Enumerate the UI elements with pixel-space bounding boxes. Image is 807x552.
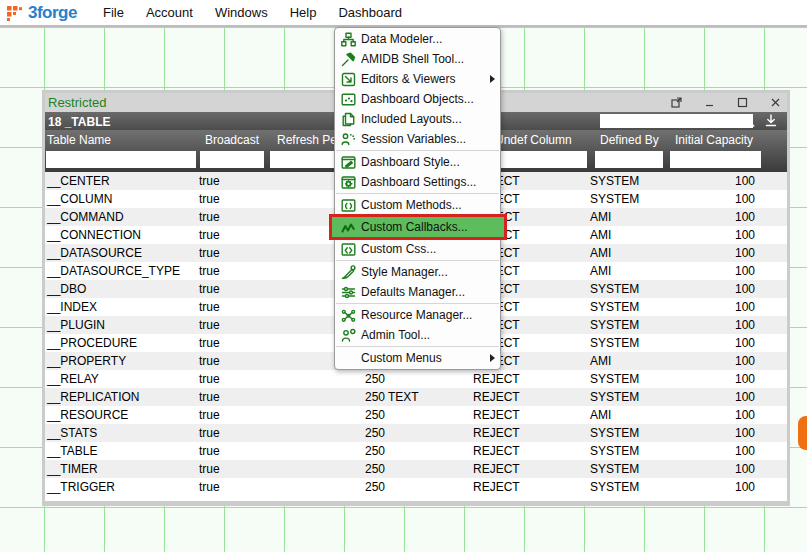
cell-refresh-period: 250 — [265, 462, 385, 476]
table-row[interactable]: __TRIGGERtrue250REJECTSYSTEM100 — [45, 478, 787, 496]
custom-css-icon — [340, 242, 356, 257]
minimize-button[interactable] — [703, 97, 715, 109]
menubar-item-help[interactable]: Help — [290, 5, 317, 20]
menu-item-dashboard-settings[interactable]: Dashboard Settings... — [335, 172, 500, 192]
menubar: 3forge File Account Windows Help Dashboa… — [0, 0, 807, 27]
menu-item-style-manager[interactable]: Style Manager... — [335, 262, 500, 282]
download-icon[interactable] — [763, 114, 779, 128]
cell-initial-capacity: 100 — [655, 408, 755, 422]
column-header-defined-by[interactable]: Defined By — [600, 133, 659, 147]
cell-initial-capacity: 100 — [655, 300, 755, 314]
cell-initial-capacity: 100 — [655, 390, 755, 404]
cell-initial-capacity: 100 — [655, 318, 755, 332]
included-layouts-icon — [340, 112, 356, 127]
cell-initial-capacity: 100 — [655, 282, 755, 296]
menubar-item-account[interactable]: Account — [146, 5, 193, 20]
cell-initial-capacity: 100 — [655, 372, 755, 386]
filter-input-broadcast[interactable] — [200, 151, 264, 168]
cell-table-name: __COLUMN — [47, 192, 112, 206]
menubar-item-dashboard[interactable]: Dashboard — [338, 5, 402, 20]
data-modeler-icon — [340, 32, 356, 47]
table-row[interactable]: __RESOURCEtrue250REJECTAMI100 — [45, 406, 787, 424]
cell-defined-by: SYSTEM — [590, 192, 639, 206]
table-row[interactable]: __TABLEtrue250REJECTSYSTEM100 — [45, 442, 787, 460]
cell-defined-by: SYSTEM — [590, 336, 639, 350]
menubar-item-windows[interactable]: Windows — [215, 5, 268, 20]
cell-broadcast: true — [199, 228, 220, 242]
blank-icon — [340, 351, 356, 366]
cell-extra-value: TEXT — [388, 390, 419, 404]
cell-broadcast: true — [199, 444, 220, 458]
cell-broadcast: true — [199, 264, 220, 278]
menu-item-custom-css[interactable]: Custom Css... — [335, 239, 500, 259]
editors-viewers-icon — [340, 72, 356, 87]
maximize-button[interactable] — [736, 97, 748, 109]
defaults-manager-icon — [340, 285, 356, 300]
close-button[interactable] — [769, 97, 781, 109]
column-header-undef-column[interactable]: Undef Column — [495, 133, 572, 147]
cell-defined-by: AMI — [590, 228, 611, 242]
menu-item-custom-methods[interactable]: Custom Methods... — [335, 195, 500, 215]
cell-table-name: __TABLE — [47, 444, 97, 458]
cell-undef-column: REJECT — [473, 480, 520, 494]
column-header-initial-capacity[interactable]: Initial Capacity — [675, 133, 753, 147]
cell-refresh-period: 250 — [265, 444, 385, 458]
filter-input-table-name[interactable] — [46, 151, 196, 168]
dashboard-settings-icon — [340, 175, 356, 190]
cell-initial-capacity: 100 — [655, 480, 755, 494]
menu-item-dashboard-objects[interactable]: Dashboard Objects... — [335, 89, 500, 109]
resource-manager-icon — [340, 308, 356, 323]
menu-item-included-layouts[interactable]: Included Layouts... — [335, 109, 500, 129]
cell-initial-capacity: 100 — [655, 336, 755, 350]
dashboard-style-icon — [340, 155, 356, 170]
cell-broadcast: true — [199, 372, 220, 386]
admin-tool-icon — [340, 328, 356, 343]
menu-item-defaults-manager[interactable]: Defaults Manager... — [335, 282, 500, 302]
table-row[interactable]: __STATStrue250REJECTSYSTEM100 — [45, 424, 787, 442]
filter-input-initial-capacity[interactable] — [670, 151, 761, 168]
cell-initial-capacity: 100 — [655, 192, 755, 206]
menu-item-custom-callbacks[interactable]: Custom Callbacks... — [332, 217, 504, 237]
column-header-table-name[interactable]: Table Name — [47, 133, 111, 147]
cell-undef-column: REJECT — [473, 372, 520, 386]
cell-defined-by: AMI — [590, 354, 611, 368]
cell-refresh-period: 250 — [265, 426, 385, 440]
cell-defined-by: SYSTEM — [590, 318, 639, 332]
window-title: Restricted — [48, 95, 107, 110]
cell-initial-capacity: 100 — [655, 354, 755, 368]
menu-item-data-modeler[interactable]: Data Modeler... — [335, 29, 500, 49]
table-row[interactable]: __REPLICATIONtrue250TEXTREJECTSYSTEM100 — [45, 388, 787, 406]
menu-item-editors-viewers[interactable]: Editors & Viewers — [335, 69, 500, 89]
cell-initial-capacity: 100 — [655, 462, 755, 476]
cell-initial-capacity: 100 — [655, 246, 755, 260]
menu-item-custom-menus[interactable]: Custom Menus — [335, 348, 500, 368]
cell-defined-by: SYSTEM — [590, 372, 639, 386]
style-manager-icon — [340, 265, 356, 280]
cell-table-name: __PLUGIN — [47, 318, 105, 332]
menubar-item-file[interactable]: File — [103, 5, 124, 20]
cell-broadcast: true — [199, 282, 220, 296]
cell-refresh-period: 250 — [265, 480, 385, 494]
3forge-logo: 3forge — [7, 3, 77, 23]
menu-item-dashboard-style[interactable]: Dashboard Style... — [335, 152, 500, 172]
cell-table-name: __COMMAND — [47, 210, 124, 224]
dashboard-menu: Data Modeler... AMIDB Shell Tool... Edit… — [334, 27, 501, 370]
table-row[interactable]: __RELAYtrue250REJECTSYSTEM100 — [45, 370, 787, 388]
cell-broadcast: true — [199, 174, 220, 188]
search-input[interactable] — [600, 114, 753, 128]
column-header-broadcast[interactable]: Broadcast — [205, 133, 259, 147]
filter-input-defined-by[interactable] — [595, 151, 663, 168]
cell-defined-by: AMI — [590, 210, 611, 224]
edge-panel-handle[interactable] — [798, 416, 807, 450]
menu-item-session-variables[interactable]: Session Variables... — [335, 129, 500, 149]
cell-table-name: __DATASOURCE_TYPE — [47, 264, 180, 278]
menu-item-resource-manager[interactable]: Resource Manager... — [335, 305, 500, 325]
submenu-arrow-icon — [490, 354, 495, 362]
menu-item-amidb-shell-tool[interactable]: AMIDB Shell Tool... — [335, 49, 500, 69]
cell-table-name: __INDEX — [47, 300, 97, 314]
popout-button[interactable] — [670, 97, 682, 109]
menu-item-admin-tool[interactable]: Admin Tool... — [335, 325, 500, 345]
filter-input-undef-column[interactable] — [492, 151, 587, 168]
table-row[interactable]: __TIMERtrue250REJECTSYSTEM100 — [45, 460, 787, 478]
search-icon[interactable] — [741, 114, 757, 128]
